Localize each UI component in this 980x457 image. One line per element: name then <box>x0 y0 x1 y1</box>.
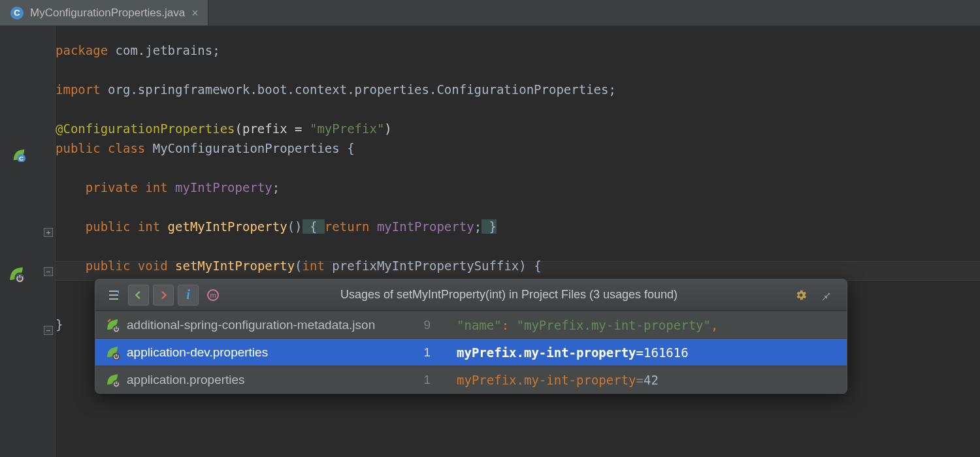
annotation: @ConfigurationProperties <box>56 121 235 136</box>
annotation-params: (prefix = <box>235 121 310 136</box>
usage-preview: myPrefix.my-int-property=42 <box>457 373 847 387</box>
import-path: org.springframework.boot.context.propert… <box>101 82 616 97</box>
setter-name: setMyIntProperty <box>168 259 295 273</box>
class-decl-kw: public class <box>56 141 145 155</box>
string-literal: "myPrefix" <box>310 121 384 136</box>
properties-file-icon <box>105 372 120 388</box>
keyword-package: package <box>56 43 108 57</box>
usage-preview: "name": "myPrefix.my-int-property", <box>457 318 847 332</box>
usage-line: 9 <box>417 318 457 332</box>
group-by-icon[interactable] <box>103 285 124 306</box>
properties-file-icon <box>105 345 120 360</box>
package-name: com.jetbrains; <box>108 43 220 57</box>
info-icon[interactable]: i <box>178 285 199 306</box>
fold-collapse-icon[interactable]: − <box>44 267 53 276</box>
brace: { <box>302 219 325 234</box>
editor-tab[interactable]: C MyConfigurationProperties.java × <box>0 0 208 25</box>
usage-preview: myPrefix.my-int-property=161616 <box>457 345 847 360</box>
keyword-import: import <box>56 82 101 97</box>
setter-kw: public void <box>86 259 168 273</box>
usage-filename: application.properties <box>127 373 417 387</box>
svg-text:C: C <box>19 155 24 162</box>
next-occurrence-icon[interactable] <box>153 285 174 306</box>
usage-line: 1 <box>417 345 457 360</box>
method-icon[interactable]: m <box>203 285 223 306</box>
close-tab-icon[interactable]: × <box>191 7 199 19</box>
usage-filename: additional-spring-configuration-metadata… <box>127 318 417 332</box>
popup-toolbar: i m Usages of setMyIntProperty(int) in P… <box>95 279 847 311</box>
popup-results: additional-spring-configuration-metadata… <box>95 311 847 393</box>
fold-expand-icon[interactable]: + <box>44 228 53 237</box>
usage-line: 1 <box>417 373 457 387</box>
editor-tabbar: C MyConfigurationProperties.java × <box>0 0 980 26</box>
spring-property-setter-icon[interactable] <box>8 265 22 279</box>
find-usages-popup: i m Usages of setMyIntProperty(int) in P… <box>95 279 847 394</box>
json-file-icon <box>105 317 120 333</box>
svg-text:m: m <box>210 291 216 299</box>
getter-name: getMyIntProperty <box>160 219 287 234</box>
gutter: C + − − <box>0 26 56 457</box>
class-close-brace: } <box>56 317 63 332</box>
tab-filename: MyConfigurationProperties.java <box>30 7 185 20</box>
fold-collapse-icon[interactable]: − <box>44 326 53 335</box>
class-name: MyConfigurationProperties <box>145 141 347 155</box>
prev-occurrence-icon[interactable] <box>128 285 149 306</box>
usage-row[interactable]: application.properties 1 myPrefix.my-int… <box>95 366 847 393</box>
field-name: myIntProperty <box>168 180 272 195</box>
pin-icon[interactable] <box>815 285 836 306</box>
popup-title: Usages of setMyIntProperty(int) in Proje… <box>227 288 791 302</box>
settings-icon[interactable] <box>791 285 811 306</box>
usage-filename: application-dev.properties <box>127 345 417 360</box>
field-decl-kw: private int <box>86 180 168 195</box>
spring-bean-class-icon[interactable]: C <box>12 148 26 162</box>
java-class-icon: C <box>10 7 24 20</box>
getter-kw: public int <box>86 219 160 234</box>
usage-row[interactable]: additional-spring-configuration-metadata… <box>95 311 847 338</box>
usage-row-selected[interactable]: application-dev.properties 1 myPrefix.my… <box>95 338 847 366</box>
